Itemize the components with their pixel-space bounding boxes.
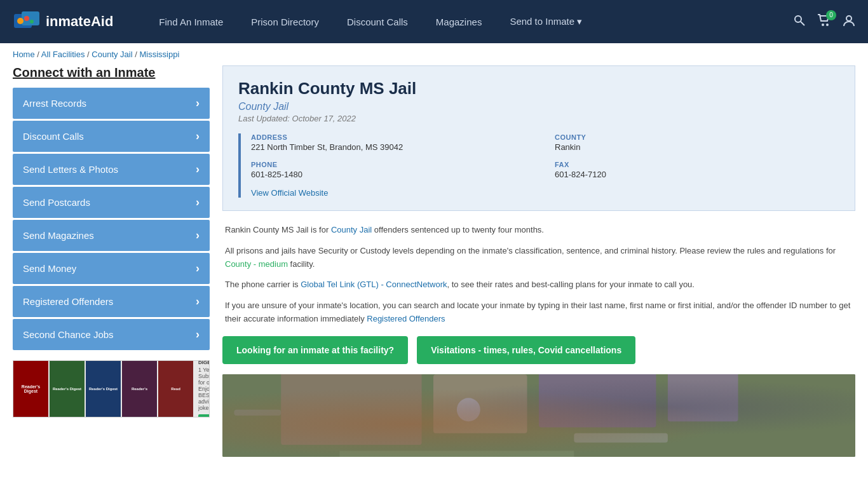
logo-area[interactable]: inmateAid xyxy=(13,9,113,34)
sidebar-title: Connect with an Inmate xyxy=(13,65,210,80)
search-icon xyxy=(793,14,806,27)
sidebar-item-arrest-records[interactable]: Arrest Records › xyxy=(13,88,210,119)
breadcrumb-home[interactable]: Home xyxy=(13,50,35,59)
sidebar-item-send-postcards[interactable]: Send Postcards › xyxy=(13,187,210,218)
sidebar-item-label: Registered Offenders xyxy=(23,296,113,307)
chevron-right-icon: › xyxy=(196,229,200,242)
sidebar-item-label: Send Money xyxy=(23,263,76,274)
details-grid: ADDRESS 221 North Timber St, Brandon, MS… xyxy=(251,133,839,179)
chevron-right-icon: › xyxy=(196,130,200,143)
breadcrumb-all-facilities[interactable]: All Facilities xyxy=(41,50,85,59)
sidebar: Connect with an Inmate Arrest Records › … xyxy=(13,65,210,457)
nav-prison-directory[interactable]: Prison Directory xyxy=(237,17,333,27)
facility-last-updated: Last Updated: October 17, 2022 xyxy=(238,114,839,123)
cart-count: 0 xyxy=(826,10,836,20)
logo-icon xyxy=(13,9,43,34)
sidebar-item-label: Second Chance Jobs xyxy=(23,329,114,340)
ad-brand-name: READER'S DIGEST xyxy=(198,360,210,365)
chevron-right-icon: › xyxy=(196,97,200,110)
nav-send-to-inmate[interactable]: Send to Inmate ▾ xyxy=(496,16,596,27)
svg-point-2 xyxy=(17,18,24,24)
sidebar-menu: Arrest Records › Discount Calls › Send L… xyxy=(13,88,210,350)
fax-block: FAX 601-824-7120 xyxy=(555,161,839,179)
ad-book-covers: Reader's Digest Reader's Digest Reader's… xyxy=(13,361,193,417)
facility-description: Rankin County MS Jail is for County Jail… xyxy=(222,224,855,326)
address-block: ADDRESS 221 North Timber St, Brandon, MS… xyxy=(251,133,536,152)
ad-description: Enjoy the BEST stories, advice & jokes! xyxy=(198,386,210,411)
breadcrumb-state[interactable]: Mississippi xyxy=(139,50,179,59)
fax-label: FAX xyxy=(555,161,839,168)
chevron-right-icon: › xyxy=(196,262,200,275)
chevron-right-icon: › xyxy=(196,163,200,176)
svg-point-7 xyxy=(822,24,824,26)
county-value: Rankin xyxy=(555,142,839,152)
svg-point-5 xyxy=(795,16,801,22)
sidebar-item-send-magazines[interactable]: Send Magazines › xyxy=(13,220,210,251)
svg-point-9 xyxy=(846,16,851,21)
logo-text: inmateAid xyxy=(46,13,113,30)
svg-point-8 xyxy=(826,24,829,26)
sidebar-item-second-chance-jobs[interactable]: Second Chance Jobs › xyxy=(13,319,210,350)
county-jail-link-1[interactable]: County Jail xyxy=(331,225,372,234)
page-content: Connect with an Inmate Arrest Records › … xyxy=(0,65,868,470)
breadcrumb: Home / All Facilities / County Jail / Mi… xyxy=(0,43,868,65)
facility-details: ADDRESS 221 North Timber St, Brandon, MS… xyxy=(238,133,839,198)
sidebar-item-label: Arrest Records xyxy=(23,98,86,109)
site-header: inmateAid Find An Inmate Prison Director… xyxy=(0,0,868,43)
nav-magazines[interactable]: Magazines xyxy=(422,17,496,27)
ad-book-5: Read xyxy=(158,361,193,417)
desc-para-3: The phone carrier is Global Tel Link (GT… xyxy=(225,278,853,292)
ad-offer: 1 Year Subscription for only $19.98 xyxy=(198,367,210,386)
fax-value: 601-824-7120 xyxy=(555,170,839,179)
visitations-button[interactable]: Visitations - times, rules, Covid cancel… xyxy=(417,336,635,364)
looking-for-inmate-button[interactable]: Looking for an inmate at this facility? xyxy=(222,336,408,364)
user-icon xyxy=(843,14,855,27)
sidebar-item-label: Send Postcards xyxy=(23,197,90,208)
search-button[interactable] xyxy=(793,14,806,30)
chevron-right-icon: › xyxy=(196,196,200,209)
facility-type: County Jail xyxy=(238,101,839,112)
user-button[interactable] xyxy=(843,14,855,30)
main-nav: Find An Inmate Prison Directory Discount… xyxy=(145,16,774,27)
breadcrumb-county-jail[interactable]: County Jail xyxy=(92,50,132,59)
cta-buttons: Looking for an inmate at this facility? … xyxy=(222,336,855,364)
phone-label: PHONE xyxy=(251,161,536,168)
cart-button[interactable]: 0 xyxy=(817,14,831,30)
facility-aerial-image xyxy=(222,374,855,457)
desc-para-2: All prisons and jails have Security or C… xyxy=(225,245,853,271)
address-value: 221 North Timber St, Brandon, MS 39042 xyxy=(251,142,536,152)
sidebar-item-registered-offenders[interactable]: Registered Offenders › xyxy=(13,286,210,317)
sidebar-item-label: Send Magazines xyxy=(23,230,94,241)
county-label: COUNTY xyxy=(555,133,839,141)
advertisement: Reader's Digest Reader's Digest Reader's… xyxy=(13,360,210,417)
header-icons: 0 xyxy=(793,14,855,30)
main-content: Rankin County MS Jail County Jail Last U… xyxy=(222,65,855,457)
svg-line-6 xyxy=(801,22,804,25)
svg-point-4 xyxy=(30,20,34,24)
nav-find-inmate[interactable]: Find An Inmate xyxy=(145,17,237,27)
ad-book-1: Reader's Digest xyxy=(13,361,48,417)
nav-discount-calls[interactable]: Discount Calls xyxy=(333,17,422,27)
ad-subscribe-button[interactable]: Subscribe Now xyxy=(198,414,210,418)
ad-book-4: Reader's xyxy=(122,361,157,417)
chevron-right-icon: › xyxy=(196,295,200,308)
phone-carrier-link[interactable]: Global Tel Link (GTL) - ConnectNetwork xyxy=(301,280,447,289)
sidebar-item-discount-calls[interactable]: Discount Calls › xyxy=(13,121,210,152)
sidebar-item-label: Discount Calls xyxy=(23,131,84,142)
registered-offenders-link[interactable]: Registered Offenders xyxy=(367,314,445,323)
ad-text: Rd READER'S DIGEST 1 Year Subscription f… xyxy=(193,360,210,417)
phone-block: PHONE 601-825-1480 xyxy=(251,161,536,179)
svg-point-3 xyxy=(24,16,29,21)
chevron-right-icon: › xyxy=(196,328,200,341)
sidebar-item-send-letters[interactable]: Send Letters & Photos › xyxy=(13,154,210,185)
ad-book-3: Reader's Digest xyxy=(86,361,121,417)
phone-value: 601-825-1480 xyxy=(251,170,536,179)
sidebar-item-label: Send Letters & Photos xyxy=(23,164,118,175)
image-overlay xyxy=(222,374,855,457)
ad-book-2: Reader's Digest xyxy=(50,361,85,417)
county-medium-link[interactable]: County - medium xyxy=(225,259,288,269)
address-label: ADDRESS xyxy=(251,133,536,141)
view-website-link[interactable]: View Official Website xyxy=(251,188,328,198)
sidebar-item-send-money[interactable]: Send Money › xyxy=(13,253,210,284)
county-block: COUNTY Rankin xyxy=(555,133,839,152)
